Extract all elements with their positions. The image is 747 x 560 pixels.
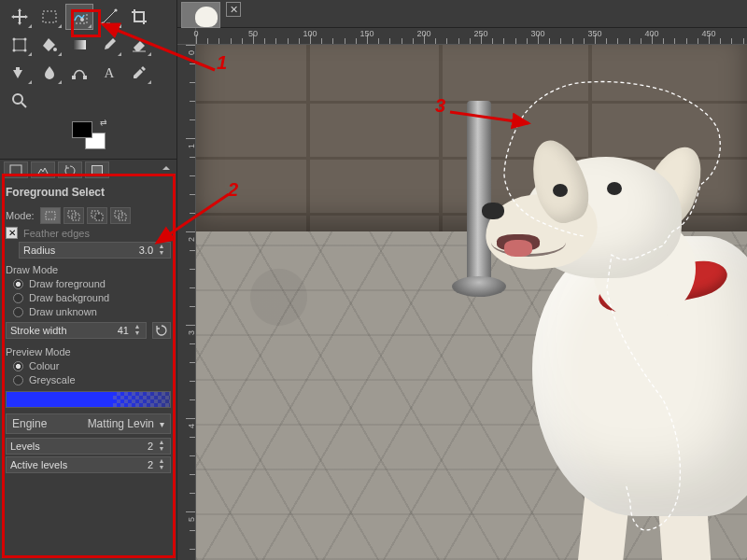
foreground-select-tool[interactable] [65,4,93,30]
text-tool[interactable]: A [95,60,123,86]
svg-point-4 [114,8,117,11]
undo-history-tab[interactable] [58,161,82,178]
preview-mode-header: Preview Mode [6,346,171,357]
smudge-tool[interactable] [35,60,63,86]
dock-tabs [0,159,176,180]
image-canvas[interactable] [196,45,747,560]
preview-colour-radio[interactable] [13,361,23,371]
svg-point-8 [13,49,16,52]
engine-dropdown[interactable]: Engine Matting Levin ▾ [6,413,171,434]
active-levels-spinbox[interactable]: Active levels 2 ▲▼ [6,456,171,473]
stroke-width-spinbox[interactable]: Stroke width 41 ▲▼ [6,322,147,339]
measure-tool[interactable] [95,4,123,30]
svg-rect-18 [92,166,102,174]
spin-arrows-icon[interactable]: ▲▼ [157,458,166,471]
levels-spinbox[interactable]: Levels 2 ▲▼ [6,438,171,455]
move-tool[interactable] [6,4,34,30]
spin-arrows-icon[interactable]: ▲▼ [157,244,166,257]
fg-color-swatch[interactable] [72,121,92,138]
svg-rect-1 [72,10,87,23]
close-image-button[interactable]: ✕ [226,2,241,17]
engine-value: Matting Levin [88,417,154,430]
levels-label: Levels [10,441,40,452]
radius-spinbox[interactable]: Radius 3.0 ▲▼ [19,242,171,259]
svg-point-2 [80,18,84,21]
svg-rect-19 [46,212,55,219]
svg-point-9 [24,49,27,52]
svg-rect-5 [14,39,25,50]
stroke-width-label: Stroke width [10,325,67,336]
preview-color-swatch[interactable] [6,391,171,408]
left-panel: A ⇄ [0,0,177,560]
preview-colour-label: Colour [29,360,59,371]
images-tab[interactable] [85,161,109,178]
clone-tool[interactable] [6,60,34,86]
spin-arrows-icon[interactable]: ▲▼ [157,440,166,453]
feather-edges-checkbox[interactable]: ✕ [6,227,18,239]
tool-options-title: Foreground Select [6,184,171,204]
transform-tool[interactable] [6,32,34,58]
panel-menu-icon[interactable] [160,163,173,176]
active-levels-label: Active levels [10,459,67,470]
paths-tool[interactable] [65,60,93,86]
vertical-ruler: 012345 [177,45,196,560]
mode-label: Mode: [6,210,35,221]
mode-add[interactable] [63,207,84,224]
draw-foreground-label: Draw foreground [29,278,106,289]
radius-value: 3.0 [139,245,153,256]
svg-rect-11 [73,40,86,49]
svg-rect-0 [43,11,56,22]
tool-options-tab[interactable] [4,161,28,178]
toolbox: A ⇄ [0,0,176,159]
svg-rect-23 [95,214,103,220]
svg-point-15 [13,94,22,104]
horizontal-ruler: 050100150200250300350400450 [196,28,747,45]
svg-point-7 [24,38,27,41]
photo-dog [467,133,747,544]
spin-arrows-icon[interactable]: ▲▼ [133,324,142,337]
mode-replace[interactable] [40,207,61,224]
draw-unknown-radio[interactable] [13,307,23,317]
chevron-down-icon: ▾ [160,419,164,429]
image-tabs: ✕ [177,0,747,28]
svg-rect-16 [10,165,21,175]
radius-label: Radius [23,245,55,256]
device-status-tab[interactable] [31,161,55,178]
tool-options-panel: Foreground Select Mode: ✕ Feather edges … [0,180,176,560]
svg-text:A: A [105,65,115,80]
zoom-tool[interactable] [6,88,34,114]
preview-greyscale-label: Greyscale [29,374,76,385]
mode-intersect[interactable] [110,207,131,224]
draw-unknown-label: Draw unknown [29,306,97,317]
feather-edges-label: Feather edges [23,228,90,239]
stroke-reset-button[interactable] [152,322,171,339]
draw-background-radio[interactable] [13,293,23,303]
preview-greyscale-radio[interactable] [13,375,23,385]
mode-subtract[interactable] [87,207,107,224]
draw-foreground-radio[interactable] [13,279,23,289]
engine-label: Engine [12,417,47,430]
rectangle-select-tool[interactable] [35,4,63,30]
svg-rect-12 [72,76,76,79]
bucket-fill-tool[interactable] [35,32,63,58]
crop-tool[interactable] [125,4,153,30]
canvas-area: ✕ 050100150200250300350400450 012345 [177,0,747,560]
svg-point-10 [53,48,57,51]
image-thumbnail[interactable] [181,2,220,28]
draw-mode-header: Draw Mode [6,264,171,275]
eraser-tool[interactable] [125,32,153,58]
stroke-width-value: 41 [118,325,129,336]
levels-value: 2 [148,441,153,452]
draw-background-label: Draw background [29,292,109,303]
swap-colors-icon[interactable]: ⇄ [100,118,107,127]
fg-bg-colors[interactable]: ⇄ [6,116,171,153]
color-picker-tool[interactable] [125,60,153,86]
svg-point-3 [101,21,104,24]
active-levels-value: 2 [148,459,153,470]
svg-rect-13 [83,76,87,79]
paintbrush-tool[interactable] [95,32,123,58]
svg-point-6 [13,38,16,41]
gradient-tool[interactable] [65,32,93,58]
